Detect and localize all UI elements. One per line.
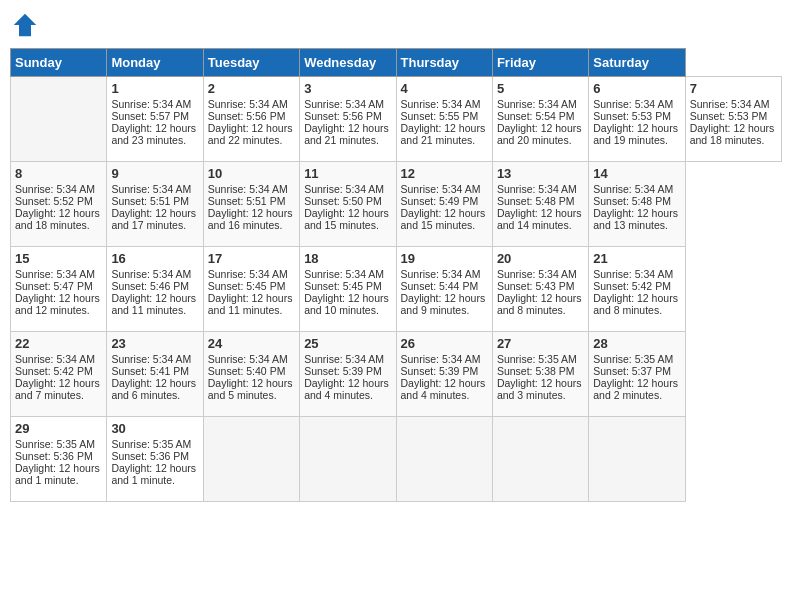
calendar-cell: 23Sunrise: 5:34 AMSunset: 5:41 PMDayligh… <box>107 332 203 417</box>
sunset-text: Sunset: 5:45 PM <box>304 280 382 292</box>
sunrise-text: Sunrise: 5:34 AM <box>401 183 481 195</box>
daylight-text: Daylight: 12 hours and 19 minutes. <box>593 122 678 146</box>
daylight-text: Daylight: 12 hours and 15 minutes. <box>401 207 486 231</box>
sunrise-text: Sunrise: 5:34 AM <box>15 353 95 365</box>
daylight-text: Daylight: 12 hours and 1 minute. <box>15 462 100 486</box>
daylight-text: Daylight: 12 hours and 6 minutes. <box>111 377 196 401</box>
daylight-text: Daylight: 12 hours and 1 minute. <box>111 462 196 486</box>
calendar-cell: 2Sunrise: 5:34 AMSunset: 5:56 PMDaylight… <box>203 77 299 162</box>
day-number: 8 <box>15 166 102 181</box>
calendar-cell: 15Sunrise: 5:34 AMSunset: 5:47 PMDayligh… <box>11 247 107 332</box>
day-number: 4 <box>401 81 488 96</box>
sunset-text: Sunset: 5:49 PM <box>401 195 479 207</box>
sunset-text: Sunset: 5:44 PM <box>401 280 479 292</box>
daylight-text: Daylight: 12 hours and 4 minutes. <box>401 377 486 401</box>
logo-icon <box>10 10 40 40</box>
sunrise-text: Sunrise: 5:34 AM <box>690 98 770 110</box>
daylight-text: Daylight: 12 hours and 13 minutes. <box>593 207 678 231</box>
sunset-text: Sunset: 5:45 PM <box>208 280 286 292</box>
day-number: 28 <box>593 336 680 351</box>
daylight-text: Daylight: 12 hours and 21 minutes. <box>304 122 389 146</box>
week-row-1: 1Sunrise: 5:34 AMSunset: 5:57 PMDaylight… <box>11 77 782 162</box>
col-header-sunday: Sunday <box>11 49 107 77</box>
calendar-cell: 7Sunrise: 5:34 AMSunset: 5:53 PMDaylight… <box>685 77 781 162</box>
day-number: 7 <box>690 81 777 96</box>
day-number: 22 <box>15 336 102 351</box>
day-number: 27 <box>497 336 584 351</box>
day-number: 17 <box>208 251 295 266</box>
sunset-text: Sunset: 5:36 PM <box>15 450 93 462</box>
day-number: 29 <box>15 421 102 436</box>
sunset-text: Sunset: 5:56 PM <box>208 110 286 122</box>
sunset-text: Sunset: 5:41 PM <box>111 365 189 377</box>
sunset-text: Sunset: 5:50 PM <box>304 195 382 207</box>
day-number: 23 <box>111 336 198 351</box>
sunset-text: Sunset: 5:52 PM <box>15 195 93 207</box>
daylight-text: Daylight: 12 hours and 2 minutes. <box>593 377 678 401</box>
svg-marker-0 <box>14 14 37 37</box>
sunset-text: Sunset: 5:54 PM <box>497 110 575 122</box>
sunrise-text: Sunrise: 5:34 AM <box>111 183 191 195</box>
sunset-text: Sunset: 5:37 PM <box>593 365 671 377</box>
calendar-cell: 8Sunrise: 5:34 AMSunset: 5:52 PMDaylight… <box>11 162 107 247</box>
sunrise-text: Sunrise: 5:34 AM <box>208 353 288 365</box>
calendar-cell <box>203 417 299 502</box>
sunset-text: Sunset: 5:48 PM <box>497 195 575 207</box>
sunset-text: Sunset: 5:55 PM <box>401 110 479 122</box>
week-row-2: 8Sunrise: 5:34 AMSunset: 5:52 PMDaylight… <box>11 162 782 247</box>
col-header-saturday: Saturday <box>589 49 685 77</box>
sunrise-text: Sunrise: 5:34 AM <box>208 183 288 195</box>
sunset-text: Sunset: 5:39 PM <box>401 365 479 377</box>
day-number: 26 <box>401 336 488 351</box>
calendar-cell: 29Sunrise: 5:35 AMSunset: 5:36 PMDayligh… <box>11 417 107 502</box>
sunset-text: Sunset: 5:46 PM <box>111 280 189 292</box>
day-number: 25 <box>304 336 391 351</box>
calendar-cell: 18Sunrise: 5:34 AMSunset: 5:45 PMDayligh… <box>300 247 396 332</box>
calendar-cell: 24Sunrise: 5:34 AMSunset: 5:40 PMDayligh… <box>203 332 299 417</box>
sunset-text: Sunset: 5:48 PM <box>593 195 671 207</box>
daylight-text: Daylight: 12 hours and 9 minutes. <box>401 292 486 316</box>
calendar-cell: 4Sunrise: 5:34 AMSunset: 5:55 PMDaylight… <box>396 77 492 162</box>
daylight-text: Daylight: 12 hours and 4 minutes. <box>304 377 389 401</box>
sunrise-text: Sunrise: 5:34 AM <box>497 268 577 280</box>
day-number: 21 <box>593 251 680 266</box>
sunrise-text: Sunrise: 5:35 AM <box>497 353 577 365</box>
daylight-text: Daylight: 12 hours and 11 minutes. <box>208 292 293 316</box>
sunrise-text: Sunrise: 5:35 AM <box>15 438 95 450</box>
sunrise-text: Sunrise: 5:34 AM <box>304 268 384 280</box>
calendar-cell: 6Sunrise: 5:34 AMSunset: 5:53 PMDaylight… <box>589 77 685 162</box>
sunset-text: Sunset: 5:53 PM <box>593 110 671 122</box>
day-number: 11 <box>304 166 391 181</box>
sunrise-text: Sunrise: 5:34 AM <box>111 98 191 110</box>
day-number: 3 <box>304 81 391 96</box>
calendar-cell: 22Sunrise: 5:34 AMSunset: 5:42 PMDayligh… <box>11 332 107 417</box>
daylight-text: Daylight: 12 hours and 15 minutes. <box>304 207 389 231</box>
col-header-tuesday: Tuesday <box>203 49 299 77</box>
daylight-text: Daylight: 12 hours and 11 minutes. <box>111 292 196 316</box>
calendar-cell <box>396 417 492 502</box>
col-header-friday: Friday <box>492 49 588 77</box>
col-header-thursday: Thursday <box>396 49 492 77</box>
sunset-text: Sunset: 5:47 PM <box>15 280 93 292</box>
sunset-text: Sunset: 5:51 PM <box>208 195 286 207</box>
day-number: 13 <box>497 166 584 181</box>
sunset-text: Sunset: 5:39 PM <box>304 365 382 377</box>
sunrise-text: Sunrise: 5:34 AM <box>593 183 673 195</box>
sunset-text: Sunset: 5:51 PM <box>111 195 189 207</box>
calendar-cell: 28Sunrise: 5:35 AMSunset: 5:37 PMDayligh… <box>589 332 685 417</box>
calendar-cell: 3Sunrise: 5:34 AMSunset: 5:56 PMDaylight… <box>300 77 396 162</box>
sunset-text: Sunset: 5:56 PM <box>304 110 382 122</box>
calendar-table: SundayMondayTuesdayWednesdayThursdayFrid… <box>10 48 782 502</box>
sunset-text: Sunset: 5:36 PM <box>111 450 189 462</box>
daylight-text: Daylight: 12 hours and 7 minutes. <box>15 377 100 401</box>
calendar-cell: 1Sunrise: 5:34 AMSunset: 5:57 PMDaylight… <box>107 77 203 162</box>
sunrise-text: Sunrise: 5:34 AM <box>111 268 191 280</box>
sunset-text: Sunset: 5:53 PM <box>690 110 768 122</box>
calendar-cell: 21Sunrise: 5:34 AMSunset: 5:42 PMDayligh… <box>589 247 685 332</box>
header-row: SundayMondayTuesdayWednesdayThursdayFrid… <box>11 49 782 77</box>
day-number: 1 <box>111 81 198 96</box>
day-number: 30 <box>111 421 198 436</box>
sunrise-text: Sunrise: 5:34 AM <box>208 268 288 280</box>
calendar-cell: 11Sunrise: 5:34 AMSunset: 5:50 PMDayligh… <box>300 162 396 247</box>
calendar-cell <box>300 417 396 502</box>
